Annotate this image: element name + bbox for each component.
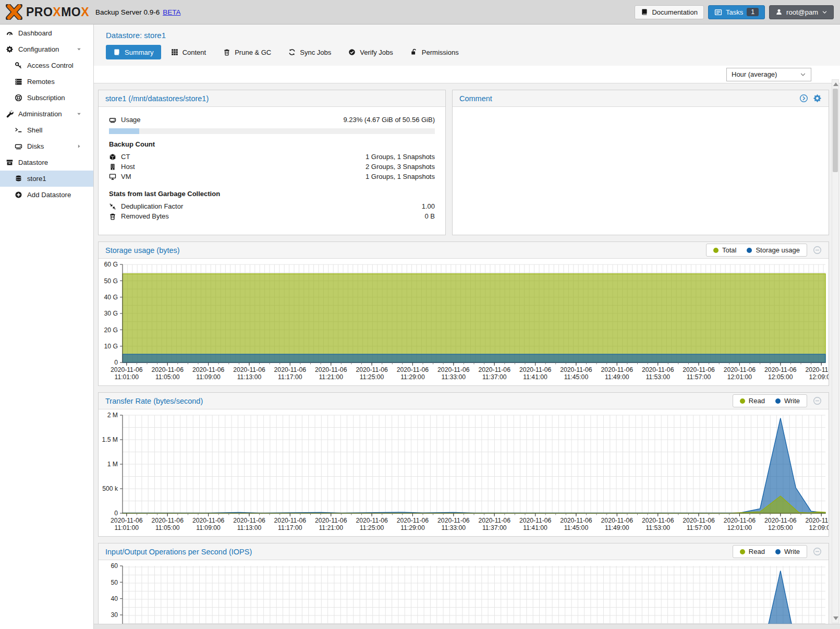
summary-content: store1 (/mnt/datastores/store1) Usage 9.… xyxy=(94,83,840,629)
chart-svg-iops: 01020304050602020-11-0611:01:002020-11-0… xyxy=(99,560,829,629)
ct-row: CT1 Groups, 1 Snapshots xyxy=(109,152,435,162)
legend-item-read[interactable]: Read xyxy=(740,548,765,555)
circle-minus-icon[interactable] xyxy=(813,246,822,255)
svg-text:500 k: 500 k xyxy=(102,485,118,492)
beta-link[interactable]: BETA xyxy=(163,8,180,16)
comment-panel: Comment xyxy=(452,90,829,235)
sidebar-item-label: Shell xyxy=(27,126,42,134)
comment-body[interactable] xyxy=(453,107,829,123)
sidebar-item-label: Dashboard xyxy=(18,29,52,37)
sidebar-item-administration[interactable]: Administration xyxy=(0,106,93,122)
chart-legend-iops[interactable]: ReadWrite xyxy=(733,545,807,558)
svg-text:60 G: 60 G xyxy=(104,261,118,268)
tab-verify-jobs[interactable]: Verify Jobs xyxy=(341,45,400,59)
svg-text:12:09:00: 12:09:00 xyxy=(809,373,829,381)
svg-text:11:45:00: 11:45:00 xyxy=(564,524,589,531)
svg-text:11:57:00: 11:57:00 xyxy=(687,524,711,531)
svg-text:11:17:00: 11:17:00 xyxy=(278,524,302,531)
sidebar-item-disks[interactable]: Disks xyxy=(0,138,93,154)
tasks-count-badge: 1 xyxy=(747,8,759,16)
sidebar-item-datastore[interactable]: Datastore xyxy=(0,154,93,171)
svg-text:50: 50 xyxy=(111,579,118,586)
svg-text:11:49:00: 11:49:00 xyxy=(605,373,629,381)
usage-label: Usage xyxy=(121,116,141,124)
backup-count-heading: Backup Count xyxy=(109,140,435,148)
deduplication-factor-row: Deduplication Factor1.00 xyxy=(109,201,435,211)
scroll-up-arrow[interactable] xyxy=(833,82,838,86)
tab-content[interactable]: Content xyxy=(164,45,214,59)
legend-item-write[interactable]: Write xyxy=(775,397,800,405)
svg-text:2020-11-06: 2020-11-06 xyxy=(601,517,634,524)
sidebar-item-remotes[interactable]: Remotes xyxy=(0,74,93,90)
usage-progress-fill xyxy=(109,128,139,134)
datastore-icon xyxy=(6,159,18,166)
caret-down-icon[interactable] xyxy=(76,46,89,52)
vm-row: VM1 Groups, 1 Snapshots xyxy=(109,172,435,182)
chart-header-transfer: Transfer Rate (bytes/second)ReadWrite xyxy=(99,393,829,409)
chart-body-iops: 01020304050602020-11-0611:01:002020-11-0… xyxy=(99,560,829,629)
time-period-select[interactable]: Hour (average) xyxy=(726,68,811,81)
legend-dot-icon xyxy=(740,549,745,554)
sidebar-item-add-datastore[interactable]: Add Datastore xyxy=(0,187,93,203)
grid-icon xyxy=(171,49,178,56)
svg-text:11:25:00: 11:25:00 xyxy=(360,524,384,531)
sidebar-item-configuration[interactable]: Configuration xyxy=(0,41,93,57)
svg-text:11:05:00: 11:05:00 xyxy=(155,524,180,531)
svg-text:30 G: 30 G xyxy=(104,310,118,317)
caret-right-icon[interactable] xyxy=(76,143,89,149)
chart-title-iops: Input/Output Operations per Second (IOPS… xyxy=(105,548,252,556)
scroll-down-arrow[interactable] xyxy=(833,616,838,620)
sidebar-item-dashboard[interactable]: Dashboard xyxy=(0,25,93,41)
tab-summary[interactable]: Summary xyxy=(106,45,161,59)
svg-text:2020-11-06: 2020-11-06 xyxy=(560,517,592,524)
circle-minus-icon[interactable] xyxy=(813,547,822,556)
svg-text:2020-11-06: 2020-11-06 xyxy=(805,366,829,373)
chart-panel-iops: Input/Output Operations per Second (IOPS… xyxy=(98,543,829,629)
sidebar-item-shell[interactable]: Shell xyxy=(0,122,93,138)
sidebar-item-subscription[interactable]: Subscription xyxy=(0,90,93,106)
scrollbar-thumb[interactable] xyxy=(833,89,838,172)
chart-legend-transfer[interactable]: ReadWrite xyxy=(733,394,807,407)
svg-text:2020-11-06: 2020-11-06 xyxy=(437,517,470,524)
chart-svg-storage: 010 G20 G30 G40 G50 G60 G2020-11-0611:01… xyxy=(99,259,829,385)
svg-text:11:21:00: 11:21:00 xyxy=(319,373,343,381)
documentation-button[interactable]: Documentation xyxy=(635,5,703,19)
sidebar-item-label: Access Control xyxy=(27,62,74,69)
legend-item-total[interactable]: Total xyxy=(713,246,736,254)
legend-item-read[interactable]: Read xyxy=(740,397,765,405)
svg-text:11:53:00: 11:53:00 xyxy=(646,373,670,381)
svg-text:10 G: 10 G xyxy=(104,343,118,350)
book-icon xyxy=(113,49,120,56)
user-menu-button[interactable]: root@pam xyxy=(769,5,834,19)
svg-text:12:09:00: 12:09:00 xyxy=(809,524,829,531)
legend-item-write[interactable]: Write xyxy=(775,548,800,555)
svg-text:2020-11-06: 2020-11-06 xyxy=(151,366,184,373)
tab-sync-jobs[interactable]: Sync Jobs xyxy=(281,45,338,59)
svg-text:2020-11-06: 2020-11-06 xyxy=(724,366,756,373)
sidebar-item-label: Datastore xyxy=(18,159,48,166)
circle-minus-icon[interactable] xyxy=(813,396,822,405)
legend-item-storage-usage[interactable]: Storage usage xyxy=(747,246,800,254)
book-icon xyxy=(641,8,648,16)
tab-prune-gc[interactable]: Prune & GC xyxy=(216,45,278,59)
main-area: Datastore: store1 SummaryContentPrune & … xyxy=(94,25,840,629)
circle-chevron-right-icon[interactable] xyxy=(799,94,808,103)
svg-text:11:17:00: 11:17:00 xyxy=(278,373,302,381)
svg-text:1.5 M: 1.5 M xyxy=(102,436,118,443)
legend-dot-icon xyxy=(775,398,781,404)
legend-dot-icon xyxy=(713,248,719,253)
sidebar-item-label: Disks xyxy=(27,142,44,150)
svg-text:2020-11-06: 2020-11-06 xyxy=(315,517,347,524)
gear-icon[interactable] xyxy=(813,94,822,103)
caret-down-icon[interactable] xyxy=(76,111,89,117)
sidebar-item-store1[interactable]: store1 xyxy=(0,171,93,187)
tab-permissions[interactable]: Permissions xyxy=(403,45,466,59)
sidebar-item-access-control[interactable]: Access Control xyxy=(0,57,93,74)
tab-bar: SummaryContentPrune & GCSync JobsVerify … xyxy=(106,45,840,66)
svg-text:2020-11-06: 2020-11-06 xyxy=(519,517,552,524)
vertical-scrollbar[interactable] xyxy=(832,79,839,623)
legend-dot-icon xyxy=(775,549,781,554)
svg-text:11:09:00: 11:09:00 xyxy=(196,373,221,381)
tasks-button[interactable]: Tasks 1 xyxy=(708,5,765,19)
chart-legend-storage[interactable]: TotalStorage usage xyxy=(706,244,807,257)
